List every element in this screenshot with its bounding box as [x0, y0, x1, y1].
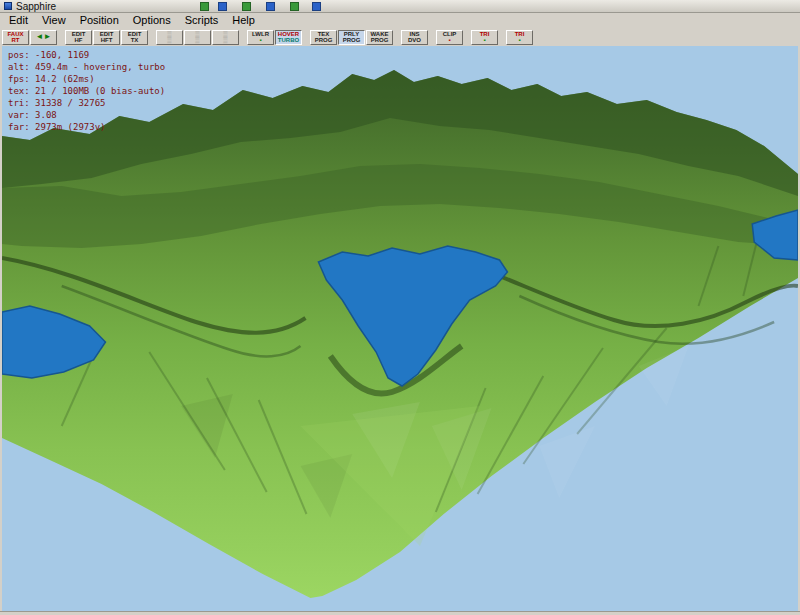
viewport-3d[interactable]: pos: -160, 1169 alt: 459.4m - hovering, …	[2, 46, 798, 611]
debug-line-var: var: 3.08	[8, 109, 165, 121]
window-border-bottom	[0, 611, 800, 615]
button-label: HF	[75, 37, 83, 44]
button-label: PROG	[315, 37, 333, 44]
debug-overlay: pos: -160, 1169 alt: 459.4m - hovering, …	[8, 49, 165, 133]
toolbar-separator	[58, 37, 64, 38]
debug-line-pos: pos: -160, 1169	[8, 49, 165, 61]
toolbar-separator	[149, 37, 155, 38]
background-window-fragment	[290, 2, 299, 11]
menu-help[interactable]: Help	[225, 14, 262, 27]
toolbar-separator	[394, 37, 400, 38]
green-arrows-icon: ◄►	[36, 33, 52, 41]
menu-scripts[interactable]: Scripts	[178, 14, 226, 27]
status-dot-icon: ▪	[448, 37, 450, 44]
toolbar-separator	[429, 37, 435, 38]
menu-options[interactable]: Options	[126, 14, 178, 27]
button-label: PROG	[343, 37, 361, 44]
toolbar-button-lwlr[interactable]: LWLR▪	[247, 30, 274, 45]
toolbar-button-tex-prog[interactable]: TEXPROG	[310, 30, 337, 45]
background-window-fragment	[266, 2, 275, 11]
button-label: HFT	[101, 37, 113, 44]
toolbar-button-clip[interactable]: CLIP▪	[436, 30, 463, 45]
disabled-icon: ▒	[167, 37, 171, 44]
debug-line-fps: fps: 14.2 (62ms)	[8, 73, 165, 85]
toolbar-button-disabled-2: ▒▒	[184, 30, 211, 45]
disabled-icon: ▒	[195, 37, 199, 44]
window-frame: pos: -160, 1169 alt: 459.4m - hovering, …	[0, 46, 800, 611]
toolbar-button-edit-hft[interactable]: EDITHFT	[93, 30, 120, 45]
toolbar-separator	[303, 37, 309, 38]
window-title: Sapphire	[16, 1, 56, 12]
status-dot-icon: ▪	[259, 37, 261, 44]
status-dot-icon: ▪	[483, 37, 485, 44]
toolbar-button-wake-prog[interactable]: WAKEPROG	[366, 30, 393, 45]
toolbar-button-prly-prog[interactable]: PRLYPROG	[338, 30, 365, 45]
button-label: DVO	[408, 37, 421, 44]
debug-line-tex: tex: 21 / 100MB (0 bias-auto)	[8, 85, 165, 97]
toolbar-button-edit-tx[interactable]: EDITTX	[121, 30, 148, 45]
menu-bar: Edit View Position Options Scripts Help	[0, 13, 800, 28]
debug-line-alt: alt: 459.4m - hovering, turbo	[8, 61, 165, 73]
toolbar: FAUXRT ◄► EDITHF EDITHFT EDITTX ▒▒ ▒▒ ▒▒…	[0, 28, 800, 46]
toolbar-separator	[499, 37, 505, 38]
button-label: RT	[12, 37, 20, 44]
background-window-fragment	[242, 2, 251, 11]
toolbar-button-green-arrows[interactable]: ◄►	[30, 30, 57, 45]
menu-edit[interactable]: Edit	[2, 14, 35, 27]
background-window-fragment	[218, 2, 227, 11]
menu-position[interactable]: Position	[73, 14, 126, 27]
button-label: TURBO	[278, 37, 299, 44]
debug-line-far: far: 2973m (2973v)	[8, 121, 165, 133]
toolbar-button-faux-rt[interactable]: FAUXRT	[2, 30, 29, 45]
background-window-fragment	[200, 2, 209, 11]
toolbar-button-disabled-1: ▒▒	[156, 30, 183, 45]
menu-view[interactable]: View	[35, 14, 73, 27]
app-icon	[4, 2, 12, 10]
toolbar-button-disabled-3: ▒▒	[212, 30, 239, 45]
title-bar[interactable]: Sapphire	[0, 0, 800, 13]
toolbar-button-hover-turbo[interactable]: HOVERTURBO	[275, 30, 302, 45]
background-window-fragment	[312, 2, 321, 11]
disabled-icon: ▒	[223, 37, 227, 44]
toolbar-button-edit-hf[interactable]: EDITHF	[65, 30, 92, 45]
debug-line-tri: tri: 31338 / 32765	[8, 97, 165, 109]
toolbar-separator	[464, 37, 470, 38]
toolbar-separator	[240, 37, 246, 38]
button-label: PROG	[371, 37, 389, 44]
toolbar-button-ins-dvo[interactable]: INSDVO	[401, 30, 428, 45]
toolbar-button-tri-2[interactable]: TRI▪	[506, 30, 533, 45]
button-label: TX	[131, 37, 139, 44]
status-dot-icon: ▪	[518, 37, 520, 44]
toolbar-button-tri-1[interactable]: TRI▪	[471, 30, 498, 45]
